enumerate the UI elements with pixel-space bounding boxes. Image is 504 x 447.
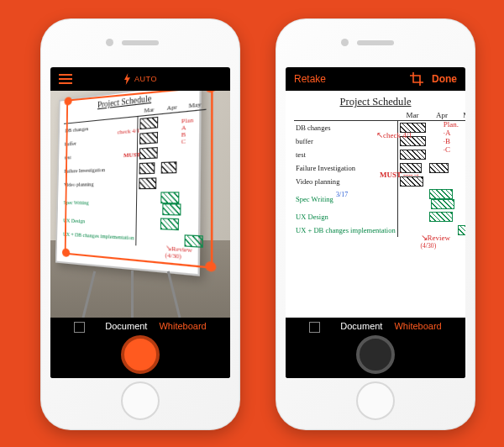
flash-label: AUTO — [134, 75, 157, 83]
wb-row-label: Video planning — [62, 176, 137, 192]
wb-bar — [431, 199, 454, 209]
wb-bar — [162, 203, 181, 215]
wb-bar — [139, 132, 158, 145]
wb-row-label: test — [294, 148, 397, 161]
wb-bar — [161, 192, 180, 203]
frame-icon — [309, 322, 320, 333]
frame-icon — [74, 322, 85, 333]
bottombar-left: Document Whiteboard — [50, 318, 230, 378]
wb-title: Project Schedule — [294, 96, 457, 108]
annot-review: ↘Review(4/30) — [165, 245, 192, 261]
annot-date: 3/17 — [336, 192, 348, 198]
wb-bar — [429, 163, 449, 173]
wb-row-label: Spec Writing — [62, 191, 137, 215]
wb-bar — [140, 117, 159, 129]
wb-bar — [400, 150, 426, 160]
mode-whiteboard[interactable]: Whiteboard — [159, 321, 206, 332]
menu-button[interactable] — [59, 74, 72, 84]
phone-right: Retake Done Project Schedule Mar Apr — [276, 18, 475, 430]
mode-selector-left[interactable]: Document Whiteboard — [74, 321, 206, 332]
crop-handle-tr[interactable] — [206, 91, 217, 93]
whiteboard-capture: Project Schedule Mar Apr May DB changesb… — [55, 91, 202, 276]
flash-icon — [123, 73, 131, 85]
done-button[interactable]: Done — [432, 73, 457, 85]
wb-row-label: UX + DB changes implementation — [61, 227, 136, 245]
annot-must: MUST — [123, 152, 140, 160]
wb-bar — [429, 212, 453, 222]
wb-row-label: Failure Investigation — [63, 161, 138, 178]
mode-whiteboard[interactable]: Whiteboard — [394, 321, 441, 332]
whiteboard-content-left: Project Schedule Mar Apr May DB changesb… — [57, 91, 200, 254]
topbar-right: Retake Done — [286, 67, 465, 91]
screen-right: Retake Done Project Schedule Mar Apr — [286, 67, 465, 378]
phone-front-camera — [341, 39, 349, 46]
retake-button[interactable]: Retake — [294, 73, 326, 85]
wb-col-apr: Apr — [428, 110, 457, 121]
wb-bar — [429, 189, 453, 199]
wb-bar — [161, 161, 176, 173]
annot-must: MUST ·····→ — [380, 171, 420, 179]
mode-document[interactable]: Document — [105, 321, 147, 332]
phone-earpiece — [357, 40, 394, 45]
screen-left: AUTO Project Schedule Mar Apr May — [50, 67, 230, 378]
easel-legs — [82, 271, 183, 318]
shutter-button-disabled — [356, 335, 395, 374]
wb-col-mar: Mar — [397, 110, 427, 121]
easel: Project Schedule Mar Apr May DB changesb… — [57, 99, 225, 292]
mode-selector-right[interactable]: Document Whiteboard — [309, 321, 441, 332]
wb-bar — [458, 225, 465, 235]
wb-row-label: UX + DB changes implementation — [294, 224, 397, 237]
annot-check: ↖check 4/1 — [376, 131, 412, 139]
flash-toggle[interactable]: AUTO — [123, 73, 157, 85]
wb-bar — [139, 162, 155, 174]
crop-button[interactable] — [410, 72, 423, 86]
home-button[interactable] — [121, 381, 160, 420]
phone-front-camera — [106, 39, 113, 46]
wb-bar — [160, 218, 179, 230]
retake-label: Retake — [294, 73, 326, 85]
hamburger-icon — [59, 74, 72, 84]
viewfinder-right[interactable]: Project Schedule Mar Apr May DB changesb… — [286, 91, 465, 318]
mode-document[interactable]: Document — [340, 321, 382, 332]
shutter-button[interactable] — [121, 335, 160, 374]
bottombar-right: Document Whiteboard — [286, 318, 465, 378]
wb-row-label: UX Design — [294, 210, 397, 224]
whiteboard-content-right: Project Schedule Mar Apr May DB changesb… — [289, 92, 462, 316]
annot-review: ↘Review(4/30) — [421, 234, 451, 250]
phone-earpiece — [122, 40, 159, 45]
wb-bar — [139, 147, 158, 160]
wb-bar — [139, 177, 157, 189]
crop-icon — [410, 72, 423, 86]
viewfinder-left[interactable]: Project Schedule Mar Apr May DB changesb… — [50, 91, 230, 318]
wb-col-may: May — [456, 110, 465, 121]
topbar-left: AUTO — [50, 67, 230, 91]
annot-plan: PlanABC — [181, 117, 194, 145]
annot-plan: Plan.·A·B·C — [444, 121, 459, 155]
done-label: Done — [432, 73, 457, 85]
phone-left: AUTO Project Schedule Mar Apr May — [40, 18, 240, 430]
home-button[interactable] — [356, 381, 395, 420]
